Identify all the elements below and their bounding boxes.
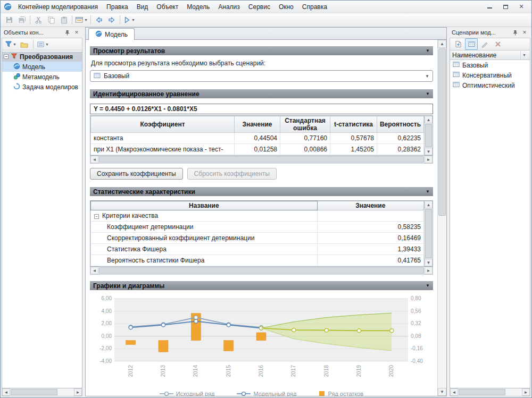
scenario-item-conservative[interactable]: Консервативный	[450, 70, 530, 80]
save-all-icon[interactable]	[15, 14, 28, 26]
scenario-item-base[interactable]: Базовый	[450, 60, 530, 70]
scroll-left-icon[interactable]: ◄	[450, 388, 458, 396]
restore-button[interactable]	[498, 2, 512, 12]
scroll-left-icon[interactable]: ◄	[2, 388, 10, 396]
folder-icon[interactable]	[18, 38, 31, 50]
close-button[interactable]: ✕	[514, 2, 528, 12]
scroll-right-icon[interactable]: ►	[425, 267, 433, 274]
minimize-button[interactable]	[483, 2, 496, 12]
objects-panel-hscrollbar[interactable]: ◄ ►	[2, 388, 82, 396]
scroll-left-icon[interactable]: ◄	[90, 267, 98, 274]
table-row[interactable]: при X1 (Макроэкономические показа - тест…	[91, 144, 424, 155]
filter-icon[interactable]: ▼	[4, 38, 18, 50]
scrollbar-thumb[interactable]	[459, 389, 505, 395]
scenario-table-icon[interactable]	[465, 38, 478, 50]
table-row[interactable]: Статистика Фишера 1,39433	[91, 244, 424, 255]
chevron-down-icon[interactable]: ▼	[520, 51, 528, 60]
menu-window[interactable]: Окно	[275, 2, 298, 12]
tab-model[interactable]: Модель	[88, 28, 135, 40]
cell-name: при X1 (Макроэкономические показа - тест…	[91, 144, 235, 155]
annotation-icon[interactable]: ▼	[74, 14, 89, 26]
table-row[interactable]: константа 0,44504 0,77160 0,57678 0,6223…	[91, 133, 424, 144]
chevron-down-icon[interactable]: ▼	[425, 74, 429, 79]
menu-service[interactable]: Сервис	[244, 2, 275, 12]
forward-icon[interactable]	[105, 14, 118, 26]
scrollbar-thumb[interactable]	[425, 124, 432, 147]
paste-icon[interactable]	[57, 14, 70, 26]
table-row[interactable]: Коэффициент детерминации 0,58235	[91, 222, 424, 233]
back-icon[interactable]	[93, 14, 105, 26]
table-row[interactable]: Скорректированный коэффициент детерминац…	[91, 233, 424, 244]
svg-text:2014: 2014	[193, 365, 198, 377]
collapse-section-icon[interactable]: ▼	[426, 48, 430, 53]
menu-analysis[interactable]: Анализ	[214, 2, 244, 12]
view-icon[interactable]: ▼	[36, 38, 50, 50]
delete-icon[interactable]	[492, 38, 504, 50]
table-row[interactable]: Вероятность статистики Фишера 0,41765	[91, 255, 424, 266]
menu-edit[interactable]: Правка	[102, 2, 132, 12]
group-row[interactable]: −Критерии качества	[91, 210, 424, 222]
close-panel-icon[interactable]: ✕	[73, 29, 80, 36]
collapse-icon[interactable]: −	[4, 54, 9, 59]
content-vscrollbar[interactable]: ▲ ▼	[437, 40, 446, 396]
close-panel-icon[interactable]: ✕	[521, 29, 528, 36]
scrollbar-thumb[interactable]	[438, 48, 446, 216]
tree-item-transformations[interactable]: − Преобразования	[2, 52, 82, 62]
tree-item-metamodel[interactable]: Метамодель	[2, 72, 82, 82]
scrollbar-thumb[interactable]	[425, 209, 432, 258]
col-value[interactable]: Значение	[317, 201, 423, 210]
stats-table-hscrollbar[interactable]: ◄ ►	[90, 267, 433, 275]
new-scenario-icon[interactable]	[452, 38, 464, 50]
scrollbar-thumb[interactable]	[99, 156, 424, 163]
scenarios-column-header[interactable]: Наименование ▼	[450, 50, 530, 60]
tree-item-modeling-task[interactable]: Задача моделиров	[2, 82, 82, 92]
scroll-down-icon[interactable]: ▼	[438, 388, 446, 396]
scroll-left-icon[interactable]: ◄	[90, 156, 98, 163]
scenario-item-optimistic[interactable]: Оптимистический	[450, 80, 530, 90]
scroll-down-icon[interactable]: ▼	[425, 148, 433, 155]
save-coefficients-button[interactable]: Сохранить коэффициенты	[90, 168, 183, 180]
section-results-header[interactable]: Просмотр результатов ▼	[90, 46, 433, 55]
col-t-stat[interactable]: t-статистика	[330, 116, 377, 133]
edit-icon[interactable]	[478, 38, 491, 50]
scrollbar-thumb[interactable]	[11, 389, 57, 395]
reset-coefficients-button[interactable]: Сбросить коэффициенты	[187, 168, 277, 180]
col-name[interactable]: Название	[91, 201, 318, 210]
section-stats-header[interactable]: Статистические характеристики ▼	[90, 187, 433, 196]
scroll-up-icon[interactable]: ▲	[425, 116, 433, 123]
pin-icon[interactable]	[63, 29, 71, 36]
menu-view[interactable]: Вид	[132, 2, 153, 12]
pin-icon[interactable]	[511, 29, 519, 36]
col-value[interactable]: Значение	[235, 116, 280, 133]
scenario-select[interactable]: Базовый ▼	[90, 70, 433, 82]
collapse-section-icon[interactable]: ▼	[426, 283, 430, 288]
table-vscrollbar[interactable]: ▲ ▼	[424, 116, 433, 155]
scroll-right-icon[interactable]: ►	[74, 388, 82, 396]
collapse-section-icon[interactable]: ▼	[426, 189, 430, 194]
scrollbar-thumb[interactable]	[99, 267, 424, 274]
save-icon[interactable]	[3, 14, 15, 26]
scenarios-panel-hscrollbar[interactable]: ◄ ►	[450, 388, 530, 396]
run-icon[interactable]: ▼	[122, 14, 136, 26]
tree-item-model[interactable]: Модель	[2, 62, 82, 72]
collapse-icon[interactable]: −	[94, 214, 99, 219]
cut-icon[interactable]	[32, 14, 45, 26]
table-vscrollbar[interactable]: ▲ ▼	[424, 201, 433, 266]
section-equation-header[interactable]: Идентифицированное уравнение ▼	[90, 89, 433, 98]
col-coefficient[interactable]: Коэффициент	[91, 116, 235, 133]
scroll-down-icon[interactable]: ▼	[425, 259, 433, 266]
scroll-right-icon[interactable]: ►	[522, 388, 530, 396]
col-probability[interactable]: Вероятность	[377, 116, 424, 133]
collapse-section-icon[interactable]: ▼	[426, 91, 430, 96]
menu-model[interactable]: Модель	[182, 2, 214, 12]
scroll-up-icon[interactable]: ▲	[425, 201, 433, 208]
menu-object[interactable]: Объект	[152, 2, 182, 12]
col-std-error[interactable]: Стандартная ошибка	[280, 116, 330, 133]
scroll-up-icon[interactable]: ▲	[438, 40, 446, 48]
menu-help[interactable]: Справка	[298, 2, 331, 12]
menu-container[interactable]: Контейнер моделирования	[14, 2, 102, 12]
scroll-right-icon[interactable]: ►	[425, 156, 433, 163]
section-charts-header[interactable]: Графики и диаграммы ▼	[90, 281, 433, 290]
copy-icon[interactable]	[45, 14, 57, 26]
coefficients-table-hscrollbar[interactable]: ◄ ►	[90, 156, 433, 164]
